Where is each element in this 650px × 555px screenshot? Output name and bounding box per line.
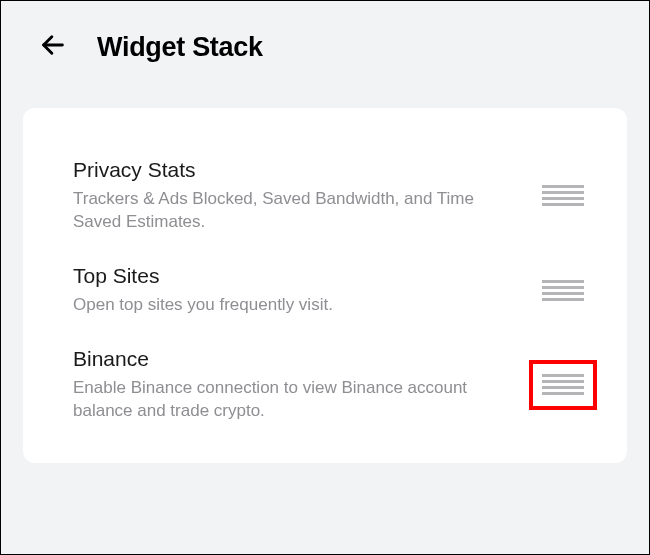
- item-title: Privacy Stats: [73, 158, 493, 182]
- arrow-left-icon: [39, 31, 67, 63]
- drag-handle-icon[interactable]: [542, 280, 584, 301]
- drag-handle-icon[interactable]: [542, 374, 584, 395]
- drag-handle-wrapper: [529, 171, 597, 221]
- widget-list-card: Privacy Stats Trackers & Ads Blocked, Sa…: [23, 108, 627, 463]
- drag-handle-icon[interactable]: [542, 185, 584, 206]
- item-title: Top Sites: [73, 264, 493, 288]
- item-subtitle: Trackers & Ads Blocked, Saved Bandwidth,…: [73, 188, 493, 234]
- back-button[interactable]: [39, 31, 67, 63]
- drag-handle-wrapper: [529, 265, 597, 315]
- item-title: Binance: [73, 347, 493, 371]
- header-bar: Widget Stack: [1, 1, 649, 93]
- item-text-block: Binance Enable Binance connection to vie…: [73, 347, 493, 423]
- item-text-block: Top Sites Open top sites you frequently …: [73, 264, 493, 317]
- item-subtitle: Open top sites you frequently visit.: [73, 294, 493, 317]
- screen-container: Widget Stack Privacy Stats Trackers & Ad…: [1, 1, 649, 554]
- drag-handle-wrapper-highlighted: [529, 360, 597, 410]
- item-subtitle: Enable Binance connection to view Binanc…: [73, 377, 493, 423]
- list-item: Top Sites Open top sites you frequently …: [73, 264, 597, 347]
- item-text-block: Privacy Stats Trackers & Ads Blocked, Sa…: [73, 158, 493, 234]
- page-title: Widget Stack: [97, 32, 263, 63]
- list-item: Privacy Stats Trackers & Ads Blocked, Sa…: [73, 158, 597, 264]
- list-item: Binance Enable Binance connection to vie…: [73, 347, 597, 423]
